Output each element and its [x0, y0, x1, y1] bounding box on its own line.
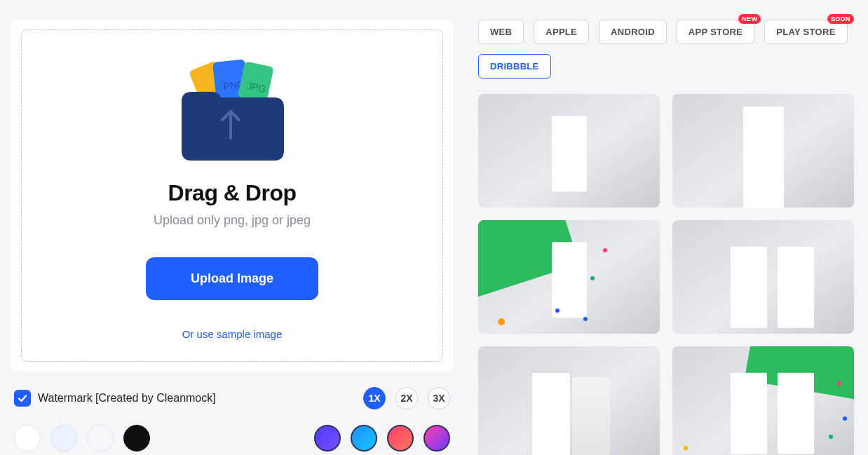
- swatch-grad-magenta[interactable]: [423, 425, 450, 451]
- dropzone-title: Drag & Drop: [168, 180, 297, 206]
- folder-upload-icon: PNG JPG: [176, 60, 288, 165]
- watermark-label: Watermark [Created by Cleanmock]: [38, 392, 216, 405]
- tab-appstore-label: APP STORE: [689, 27, 742, 37]
- swatch-grad-blue[interactable]: [351, 425, 377, 451]
- swatch-grad-pink[interactable]: [387, 425, 414, 451]
- template-6[interactable]: [672, 346, 854, 455]
- swatch-grad-purple[interactable]: [314, 425, 341, 451]
- tab-appstore[interactable]: APP STORE NEW: [677, 20, 754, 44]
- tab-playstore[interactable]: PLAY STORE SOON: [764, 20, 847, 44]
- swatch-lightblue[interactable]: [50, 425, 77, 451]
- tab-apple[interactable]: APPLE: [534, 20, 589, 44]
- tab-android[interactable]: ANDROID: [599, 20, 667, 44]
- use-sample-link[interactable]: Or use sample image: [182, 328, 283, 340]
- tab-dribbble[interactable]: DRIBBBLE: [478, 54, 551, 79]
- template-5[interactable]: [478, 346, 660, 455]
- dropzone-subtitle: Upload only png, jpg or jpeg: [154, 213, 311, 228]
- zoom-group: 1X 2X 3X: [363, 387, 450, 409]
- zoom-3x[interactable]: 3X: [428, 387, 450, 409]
- template-1[interactable]: [478, 94, 660, 208]
- template-3[interactable]: [478, 220, 660, 334]
- zoom-1x[interactable]: 1X: [363, 387, 386, 409]
- watermark-checkbox[interactable]: [14, 390, 31, 407]
- badge-soon: SOON: [827, 14, 854, 24]
- upload-panel: PNG JPG Drag & Drop Upload: [11, 20, 453, 372]
- swatch-white[interactable]: [14, 425, 41, 451]
- template-grid: [478, 94, 854, 455]
- dropzone[interactable]: PNG JPG Drag & Drop Upload: [21, 29, 443, 362]
- tab-web[interactable]: WEB: [478, 20, 524, 44]
- gradient-swatches: [314, 425, 450, 451]
- swatch-black[interactable]: [123, 425, 150, 451]
- zoom-2x[interactable]: 2X: [395, 387, 418, 409]
- swatch-offwhite[interactable]: [87, 425, 114, 451]
- template-2[interactable]: [672, 94, 854, 208]
- tab-playstore-label: PLAY STORE: [776, 27, 835, 37]
- bg-color-swatches: [14, 425, 150, 451]
- badge-new: NEW: [738, 14, 761, 24]
- template-4[interactable]: [672, 220, 854, 334]
- upload-image-button[interactable]: Upload Image: [146, 257, 318, 300]
- category-tabs: WEB APPLE ANDROID APP STORE NEW PLAY STO…: [478, 20, 854, 79]
